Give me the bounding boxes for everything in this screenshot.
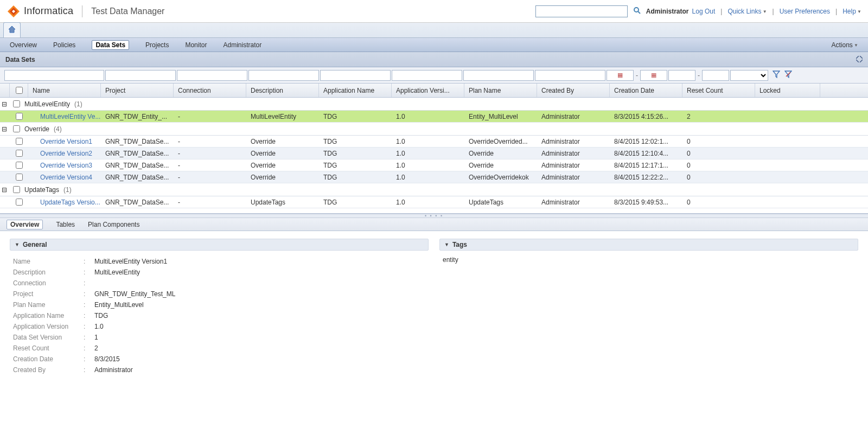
row-creation-date: 8/4/2015 12:22:2... xyxy=(610,171,682,183)
disclosure-triangle-icon[interactable]: ▼ xyxy=(15,242,20,247)
logout-link[interactable]: Log Out xyxy=(692,8,716,15)
tags-section-header[interactable]: ▼ Tags xyxy=(439,239,858,251)
quick-links-menu[interactable]: Quick Links xyxy=(727,8,767,15)
kv-colon: : xyxy=(84,344,94,352)
grid-data-row[interactable]: Override Version3GNR_TDW_DataSe...-Overr… xyxy=(0,159,868,171)
actions-menu[interactable]: Actions xyxy=(832,41,859,49)
informatica-logo-icon xyxy=(7,4,21,18)
grid-header-reset-count[interactable]: Reset Count xyxy=(682,84,755,97)
filter-name[interactable] xyxy=(4,70,104,81)
user-preferences-link[interactable]: User Preferences xyxy=(780,8,830,15)
filter-date-to[interactable]: ▦ xyxy=(640,70,667,81)
collapse-icon[interactable]: ⊟ xyxy=(0,186,9,194)
group-count: (1) xyxy=(74,100,82,108)
grid-data-row[interactable]: UpdateTags Versio...GNR_TDW_DataSe...-Up… xyxy=(0,196,868,208)
kv-row: Application Name:TDG xyxy=(13,310,425,321)
kv-colon: : xyxy=(84,301,94,309)
grid-header-app-name[interactable]: Application Name xyxy=(319,84,392,97)
grid-header-connection[interactable]: Connection xyxy=(174,84,246,97)
filter-reset-to[interactable] xyxy=(702,70,729,81)
grid-data-row[interactable]: Override Version4GNR_TDW_DataSe...-Overr… xyxy=(0,171,868,183)
clear-filter-icon[interactable] xyxy=(784,71,792,80)
group-label: UpdateTags xyxy=(24,186,59,194)
row-checkbox[interactable] xyxy=(16,150,23,157)
header-separator: | xyxy=(720,8,722,15)
kv-colon: : xyxy=(84,268,94,276)
detail-tab-overview[interactable]: Overview xyxy=(7,220,43,229)
group-checkbox[interactable] xyxy=(13,186,20,193)
filter-app-version[interactable] xyxy=(392,70,462,81)
filter-app-name[interactable] xyxy=(320,70,391,81)
data-sets-grid[interactable]: Name Project Connection Description Appl… xyxy=(0,84,868,214)
filter-connection[interactable] xyxy=(177,70,247,81)
filter-locked-select[interactable] xyxy=(730,70,768,81)
grid-group-row[interactable]: ⊟Override(4) xyxy=(0,123,868,136)
filter-description[interactable] xyxy=(248,70,319,81)
nav-policies[interactable]: Policies xyxy=(53,41,75,49)
disclosure-triangle-icon[interactable]: ▼ xyxy=(444,242,449,247)
grid-data-row[interactable]: Override Version2GNR_TDW_DataSe...-Overr… xyxy=(0,148,868,159)
detail-tab-plan-components[interactable]: Plan Components xyxy=(88,221,139,228)
grid-header-project[interactable]: Project xyxy=(101,84,174,97)
filter-created-by[interactable] xyxy=(535,70,605,81)
filter-date-from[interactable]: ▦ xyxy=(607,70,634,81)
horizontal-splitter[interactable]: • • • • xyxy=(0,214,868,218)
row-name-link[interactable]: UpdateTags Versio... xyxy=(40,199,100,206)
row-app-version: 1.0 xyxy=(392,148,464,159)
filter-row: ▦ - ▦ - xyxy=(0,67,868,84)
row-checkbox[interactable] xyxy=(16,174,23,181)
search-input[interactable] xyxy=(535,5,628,17)
kv-value: TDG xyxy=(94,312,108,319)
row-name-link[interactable]: Override Version2 xyxy=(40,150,92,157)
grid-header-description[interactable]: Description xyxy=(246,84,319,97)
grid-header-checkbox[interactable] xyxy=(10,84,28,97)
nav-data-sets[interactable]: Data Sets xyxy=(92,40,129,50)
row-name-link[interactable]: Override Version1 xyxy=(40,138,92,145)
nav-monitor[interactable]: Monitor xyxy=(185,41,207,49)
row-name-link[interactable]: MultiLevelEntity Ve... xyxy=(40,113,100,120)
row-description: Override xyxy=(246,171,319,183)
nav-overview[interactable]: Overview xyxy=(10,41,37,49)
grid-header-locked[interactable]: Locked xyxy=(755,84,820,97)
kv-value: 2 xyxy=(94,344,98,352)
help-menu[interactable]: Help xyxy=(843,8,861,15)
home-tab[interactable] xyxy=(3,22,21,37)
grid-header-created-by[interactable]: Created By xyxy=(537,84,610,97)
group-checkbox[interactable] xyxy=(13,125,20,132)
grid-group-row[interactable]: ⊟UpdateTags(1) xyxy=(0,183,868,196)
kv-colon: : xyxy=(84,279,94,287)
logo-area: Informatica Test Data Manager xyxy=(7,4,164,18)
grid-group-row[interactable]: ⊟MultiLevelEntity(1) xyxy=(0,98,868,111)
maximize-icon[interactable] xyxy=(856,56,863,63)
row-creation-date: 8/4/2015 12:02:1... xyxy=(610,136,682,147)
filter-project[interactable] xyxy=(105,70,176,81)
grid-header-app-version[interactable]: Application Versi... xyxy=(392,84,464,97)
row-checkbox[interactable] xyxy=(16,113,23,120)
grid-header-plan-name[interactable]: Plan Name xyxy=(464,84,537,97)
general-section-header[interactable]: ▼ General xyxy=(10,239,429,251)
group-checkbox[interactable] xyxy=(13,100,20,107)
row-name-link[interactable]: Override Version4 xyxy=(40,174,92,181)
filter-plan-name[interactable] xyxy=(463,70,534,81)
filter-range-separator: - xyxy=(698,72,700,79)
row-checkbox[interactable] xyxy=(16,162,23,169)
detail-tab-tables[interactable]: Tables xyxy=(56,221,75,228)
kv-key: Application Version xyxy=(13,323,84,330)
grid-header-creation-date[interactable]: Creation Date xyxy=(610,84,682,97)
row-plan-name: UpdateTags xyxy=(464,196,537,208)
row-checkbox[interactable] xyxy=(16,199,23,206)
apply-filter-icon[interactable] xyxy=(773,71,780,80)
nav-projects[interactable]: Projects xyxy=(145,41,169,49)
nav-administrator[interactable]: Administrator xyxy=(223,41,261,49)
grid-header-name[interactable]: Name xyxy=(28,84,101,97)
kv-value: Administrator xyxy=(94,366,133,374)
row-checkbox[interactable] xyxy=(16,138,23,145)
search-icon[interactable] xyxy=(633,7,641,16)
collapse-icon[interactable]: ⊟ xyxy=(0,125,9,133)
row-app-name: TDG xyxy=(319,171,392,183)
filter-reset-from[interactable] xyxy=(668,70,695,81)
grid-data-row[interactable]: MultiLevelEntity Ve...GNR_TDW_Entity_...… xyxy=(0,111,868,123)
grid-data-row[interactable]: Override Version1GNR_TDW_DataSe...-Overr… xyxy=(0,136,868,148)
collapse-icon[interactable]: ⊟ xyxy=(0,100,9,108)
row-name-link[interactable]: Override Version3 xyxy=(40,162,92,169)
